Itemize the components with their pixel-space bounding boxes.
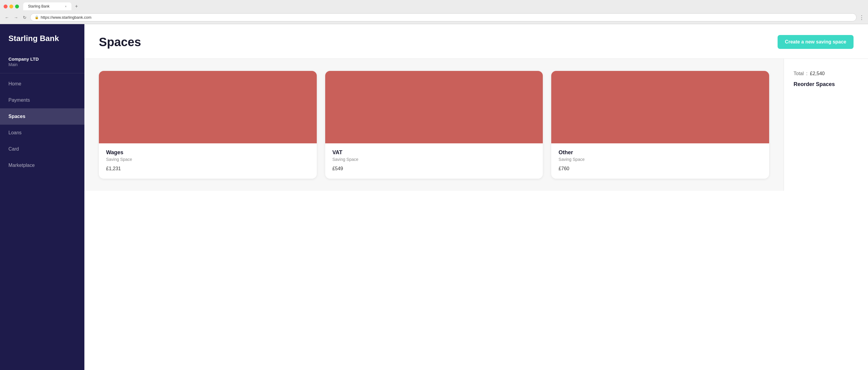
sidebar-nav: HomePaymentsSpacesLoansCardMarketplace <box>0 73 84 370</box>
space-card-amount: £760 <box>558 166 762 171</box>
space-card-vat[interactable]: VAT Saving Space £549 <box>325 71 543 179</box>
spaces-grid: Wages Saving Space £1,231 VAT Saving Spa… <box>99 71 769 179</box>
account-type: Main <box>8 62 76 67</box>
space-card-image <box>551 71 769 143</box>
maximize-window-button[interactable] <box>15 4 19 8</box>
browser-menu-button[interactable]: ⋮ <box>859 14 864 21</box>
browser-tab[interactable]: Starling Bank × <box>23 2 71 10</box>
lock-icon: 🔒 <box>35 16 39 19</box>
reload-button[interactable]: ↻ <box>22 14 28 21</box>
space-card-body: VAT Saving Space £549 <box>325 143 543 179</box>
total-label: Total <box>794 71 804 76</box>
create-saving-space-button[interactable]: Create a new saving space <box>778 35 854 49</box>
sidebar-item-marketplace[interactable]: Marketplace <box>0 157 84 173</box>
reorder-spaces-button[interactable]: Reorder Spaces <box>794 81 835 87</box>
page-header: Spaces Create a new saving space <box>84 24 868 59</box>
sidebar-item-loans[interactable]: Loans <box>0 125 84 141</box>
space-card-type: Saving Space <box>558 157 762 162</box>
app-container: Starling Bank Company LTD Main HomePayme… <box>0 24 868 370</box>
space-card-other[interactable]: Other Saving Space £760 <box>551 71 769 179</box>
url-bar[interactable]: 🔒 https://www.starlingbank.com <box>30 13 857 22</box>
space-card-title: Wages <box>106 149 310 156</box>
right-panel: Total : £2,540 Reorder Spaces <box>784 59 868 191</box>
tab-bar: Starling Bank × + <box>23 2 80 10</box>
space-card-wages[interactable]: Wages Saving Space £1,231 <box>99 71 317 179</box>
space-card-amount: £1,231 <box>106 166 310 171</box>
sidebar-item-card[interactable]: Card <box>0 141 84 157</box>
account-name: Company LTD <box>8 56 76 62</box>
page-title: Spaces <box>99 35 141 49</box>
window-controls <box>4 4 19 8</box>
space-card-amount: £549 <box>333 166 536 171</box>
main-content: Spaces Create a new saving space Wages S… <box>84 24 868 370</box>
account-info: Company LTD Main <box>0 52 84 73</box>
sidebar: Starling Bank Company LTD Main HomePayme… <box>0 24 84 370</box>
logo-text: Starling Bank <box>8 34 76 43</box>
new-tab-button[interactable]: + <box>73 2 80 10</box>
sidebar-item-spaces[interactable]: Spaces <box>0 108 84 125</box>
space-card-title: Other <box>558 149 762 156</box>
sidebar-logo: Starling Bank <box>0 24 84 52</box>
space-card-image <box>325 71 543 143</box>
space-card-body: Wages Saving Space £1,231 <box>99 143 317 179</box>
total-value: £2,540 <box>810 71 825 76</box>
space-card-image <box>99 71 317 143</box>
space-card-type: Saving Space <box>106 157 310 162</box>
minimize-window-button[interactable] <box>9 4 13 8</box>
content-area: Wages Saving Space £1,231 VAT Saving Spa… <box>84 59 868 191</box>
close-window-button[interactable] <box>4 4 7 8</box>
tab-title: Starling Bank <box>28 4 50 8</box>
browser-chrome: Starling Bank × + ← → ↻ 🔒 https://www.st… <box>0 0 868 24</box>
space-card-body: Other Saving Space £760 <box>551 143 769 179</box>
spaces-grid-area: Wages Saving Space £1,231 VAT Saving Spa… <box>84 59 784 191</box>
address-bar-container: ← → ↻ 🔒 https://www.starlingbank.com ⋮ <box>0 12 868 24</box>
forward-button[interactable]: → <box>13 14 19 21</box>
back-button[interactable]: ← <box>4 14 10 21</box>
total-separator: : <box>806 71 807 76</box>
space-card-type: Saving Space <box>333 157 536 162</box>
total-row: Total : £2,540 <box>794 71 858 76</box>
tab-close-icon[interactable]: × <box>65 5 67 8</box>
sidebar-item-payments[interactable]: Payments <box>0 92 84 108</box>
space-card-title: VAT <box>333 149 536 156</box>
url-text: https://www.starlingbank.com <box>41 15 91 20</box>
sidebar-item-home[interactable]: Home <box>0 76 84 92</box>
